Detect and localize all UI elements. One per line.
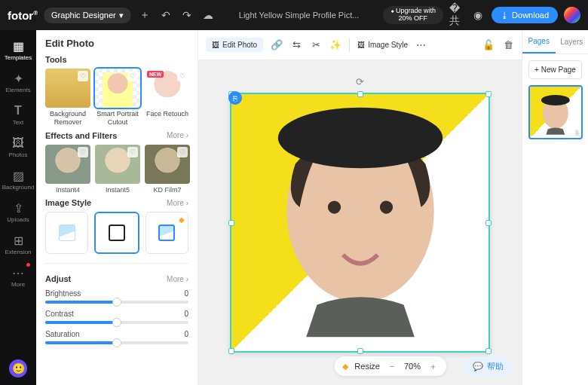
document-title[interactable]: Light Yellow Simple Profile Pict... bbox=[222, 11, 377, 20]
undo-icon[interactable]: ↶ bbox=[158, 8, 173, 23]
brightness-label: Brightness bbox=[45, 289, 81, 298]
download-label: Download bbox=[512, 11, 549, 20]
canvas[interactable]: ⟳ ⎘ ＋ bbox=[230, 93, 490, 353]
tools-heading: Tools bbox=[45, 55, 67, 64]
share-icon[interactable]: �共 bbox=[449, 8, 464, 23]
lock-icon[interactable]: 🔓 bbox=[482, 39, 495, 51]
favorite-icon[interactable]: ♡ bbox=[177, 147, 188, 157]
favorite-icon[interactable]: ♡ bbox=[177, 71, 188, 81]
divider bbox=[45, 263, 188, 264]
resize-handle-t[interactable] bbox=[357, 91, 363, 97]
logo: fotor® bbox=[8, 9, 38, 22]
slider-thumb[interactable] bbox=[112, 298, 121, 307]
sidebar-item-extension[interactable]: ⊞Extension bbox=[0, 229, 36, 260]
more-options-icon[interactable]: ⋯ bbox=[415, 39, 427, 51]
panel-title: Edit Photo bbox=[45, 38, 188, 49]
more-icon: ⋯ bbox=[11, 266, 25, 280]
style-option-2[interactable] bbox=[94, 212, 139, 254]
sidebar-item-background[interactable]: ▨Background bbox=[0, 164, 36, 195]
effect-instant4[interactable]: ♡Instant4 bbox=[45, 145, 90, 194]
help-button[interactable]: 💬帮助 bbox=[464, 357, 513, 376]
brightness-value: 0 bbox=[184, 289, 188, 298]
page-thumbnail-1[interactable]: 1 bbox=[528, 85, 583, 139]
resize-label[interactable]: Resize bbox=[354, 362, 380, 371]
style-option-3[interactable]: ◆ bbox=[145, 212, 188, 254]
redo-icon[interactable]: ↷ bbox=[179, 8, 194, 23]
effects-more-link[interactable]: More › bbox=[167, 131, 188, 139]
tab-layers[interactable]: Layers bbox=[556, 30, 589, 53]
preview-icon[interactable]: ◉ bbox=[470, 8, 485, 23]
sidebar-item-templates[interactable]: ▦Templates bbox=[0, 35, 36, 66]
main-area: ▦Templates ✦Elements TText 🖼Photos ▨Back… bbox=[0, 30, 588, 385]
image-style-button[interactable]: 🖼Image Style bbox=[357, 41, 408, 49]
crop-icon[interactable]: ✂ bbox=[310, 39, 322, 51]
upgrade-button[interactable]: ⬥ Upgrade with 20% OFF bbox=[383, 6, 444, 24]
style-option-1[interactable] bbox=[45, 212, 88, 254]
slider-thumb[interactable] bbox=[112, 338, 121, 347]
resize-handle-tr[interactable] bbox=[485, 91, 492, 97]
adjust-contrast: Contrast0 bbox=[45, 310, 188, 324]
zoom-in-button[interactable]: ＋ bbox=[427, 360, 439, 372]
saturation-label: Saturation bbox=[45, 330, 80, 338]
contrast-slider[interactable] bbox=[45, 321, 188, 324]
templates-icon: ▦ bbox=[11, 39, 25, 53]
new-page-button[interactable]: + New Page bbox=[528, 60, 582, 79]
zoom-out-button[interactable]: − bbox=[386, 360, 398, 372]
add-icon[interactable]: ＋ bbox=[137, 8, 152, 23]
adjust-more-link[interactable]: More › bbox=[167, 275, 188, 283]
cloud-sync-icon[interactable]: ☁ bbox=[201, 8, 216, 23]
sidebar-item-elements[interactable]: ✦Elements bbox=[0, 67, 36, 98]
notification-dot bbox=[26, 263, 30, 267]
slider-thumb[interactable] bbox=[112, 318, 121, 327]
resize-handle-l[interactable] bbox=[228, 220, 234, 226]
adjust-saturation: Saturation0 bbox=[45, 330, 188, 344]
tab-pages[interactable]: Pages bbox=[522, 30, 556, 53]
top-bar: fotor® Graphic Designer ▾ ＋ ↶ ↷ ☁ Light … bbox=[0, 0, 588, 30]
effect-kd-film7[interactable]: ♡KD Film7 bbox=[145, 145, 190, 194]
separator bbox=[349, 38, 350, 52]
sidebar-item-uploads[interactable]: ⇪Uploads bbox=[0, 197, 36, 228]
layer-badge-icon[interactable]: ⎘ bbox=[228, 91, 242, 105]
role-dropdown[interactable]: Graphic Designer ▾ bbox=[44, 8, 131, 23]
favorite-icon[interactable]: ♡ bbox=[127, 147, 138, 157]
favorite-icon[interactable]: ♡ bbox=[78, 147, 88, 157]
link-icon[interactable]: 🔗 bbox=[271, 39, 283, 51]
right-rail: Pages Layers + New Page 1 bbox=[522, 30, 588, 385]
sidebar-item-text[interactable]: TText bbox=[0, 99, 36, 130]
sidebar-item-more[interactable]: ⋯More bbox=[0, 261, 36, 292]
canvas-viewport[interactable]: ⟳ ⎘ ＋ bbox=[198, 60, 522, 385]
assistant-badge[interactable]: 🙂 bbox=[9, 359, 27, 377]
style-row: ◆ bbox=[45, 212, 188, 254]
resize-handle-bl[interactable] bbox=[228, 348, 234, 354]
resize-handle-br[interactable] bbox=[485, 348, 492, 354]
effect-instant5[interactable]: ♡Instant5 bbox=[95, 145, 140, 194]
delete-icon[interactable]: 🗑 bbox=[502, 39, 514, 51]
brightness-slider[interactable] bbox=[45, 301, 188, 304]
resize-handle-r[interactable] bbox=[485, 220, 492, 226]
premium-icon: ◆ bbox=[179, 215, 185, 224]
zoom-value: 70% bbox=[404, 362, 421, 371]
saturation-slider[interactable] bbox=[45, 341, 188, 344]
sidebar-item-photos[interactable]: 🖼Photos bbox=[0, 132, 36, 163]
favorite-icon[interactable]: ♡ bbox=[78, 71, 88, 81]
image-style-icon: 🖼 bbox=[357, 41, 365, 49]
resize-handle-b[interactable] bbox=[357, 348, 363, 354]
download-button[interactable]: ⭳ Download bbox=[492, 7, 558, 23]
effects-icon[interactable]: ✨ bbox=[329, 39, 341, 51]
flip-icon[interactable]: ⇆ bbox=[290, 39, 302, 51]
rotate-handle[interactable]: ⟳ bbox=[356, 76, 364, 87]
tool-face-retouch[interactable]: NEW♡ Face Retouch bbox=[145, 69, 190, 127]
user-avatar[interactable] bbox=[564, 7, 580, 23]
adjust-heading: Adjust bbox=[45, 274, 71, 283]
elements-icon: ✦ bbox=[11, 72, 25, 85]
image-style-more-link[interactable]: More › bbox=[167, 199, 188, 207]
tool-smart-portrait-cutout[interactable]: ♡ Smart Portrait Cutout bbox=[95, 69, 140, 127]
image-style-heading: Image Style bbox=[45, 198, 91, 207]
chevron-down-icon: ▾ bbox=[119, 11, 124, 20]
contrast-label: Contrast bbox=[45, 310, 74, 318]
page-number: 1 bbox=[575, 129, 579, 136]
left-sidebar: ▦Templates ✦Elements TText 🖼Photos ▨Back… bbox=[0, 30, 36, 385]
tool-background-remover[interactable]: ♡ Background Remover bbox=[45, 69, 90, 127]
favorite-icon[interactable]: ♡ bbox=[127, 71, 138, 81]
edit-photo-button[interactable]: 🖼Edit Photo bbox=[206, 38, 263, 52]
